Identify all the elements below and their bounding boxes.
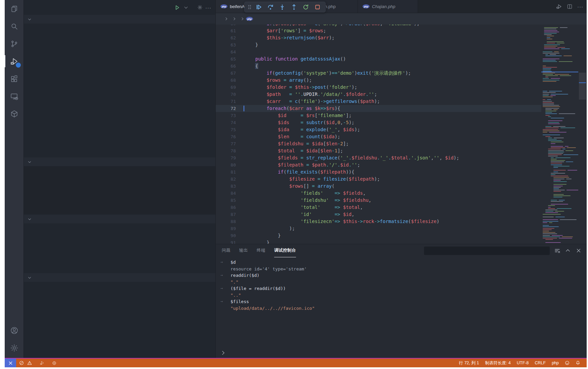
tab-problems[interactable]: 问题 <box>222 244 230 257</box>
start-debug-icon[interactable] <box>175 5 180 10</box>
code-line[interactable]: 77$fieldshu = $ida[$len-2]; <box>216 140 541 147</box>
code-line[interactable]: 80$filepath = $path.'/'.$id.''; <box>216 161 541 169</box>
launch-config-select[interactable] <box>182 7 187 8</box>
editor-tab[interactable]: phpChajian.php <box>358 0 418 13</box>
code-line[interactable]: 84'fields' => $fields, <box>216 190 541 197</box>
remote-explorer-icon[interactable] <box>5 87 24 105</box>
remote-indicator[interactable] <box>5 359 16 367</box>
callstack-section-header[interactable] <box>24 215 215 223</box>
code-line[interactable]: 85'fieldshu' => $fieldshu, <box>216 197 541 204</box>
code-line[interactable]: 71$carr = c('file')->getfilerows($path); <box>216 98 541 105</box>
code-line[interactable]: 63} <box>216 41 541 48</box>
stop-button[interactable] <box>313 3 322 11</box>
console-filter-input[interactable] <box>424 247 550 255</box>
restart-button[interactable] <box>302 3 310 11</box>
scrollbar-thumb[interactable] <box>579 73 586 100</box>
step-into-button[interactable] <box>278 3 286 11</box>
problems-status[interactable] <box>16 359 37 367</box>
console-entry[interactable]: →$d <box>216 259 587 266</box>
breakpoints-section-header[interactable] <box>24 273 215 282</box>
code-line[interactable]: 86'total' => $total, <box>216 204 541 211</box>
console-entry[interactable]: →readdir($d) <box>216 272 587 279</box>
code-line[interactable]: 70$path = ''.UPDIR.'/data/'.$folder.''; <box>216 91 541 98</box>
status-item[interactable]: 制表符长度: 4 <box>482 359 514 367</box>
line-number: 71 <box>216 98 244 105</box>
package-icon[interactable] <box>5 105 24 122</box>
console-entry[interactable]: ".." <box>216 292 587 299</box>
source-control-icon[interactable] <box>5 35 24 52</box>
console-entry[interactable]: "upload/data/../..//favicon.ico" <box>216 305 587 312</box>
code-line[interactable]: 83$rows[] = array( <box>216 183 541 190</box>
code-line[interactable]: 62$this->returnjson($arr); <box>216 34 541 41</box>
step-out-button[interactable] <box>290 3 298 11</box>
code-line[interactable]: 68$rows = array(); <box>216 77 541 84</box>
explorer-icon[interactable] <box>5 0 24 17</box>
split-editor-icon[interactable] <box>567 4 573 9</box>
code-line[interactable]: 69$folder = $this->post('folder'); <box>216 84 541 91</box>
toolbar-drag-handle[interactable] <box>248 5 251 9</box>
code-line[interactable]: 61$arr['rows'] = $rows; <box>216 27 541 34</box>
breakpoints-list <box>24 282 215 358</box>
code-line[interactable]: 66{ <box>216 63 541 70</box>
code-line[interactable]: 91} <box>216 239 541 244</box>
maximize-panel-icon[interactable] <box>564 247 571 254</box>
line-number: 62 <box>216 34 244 41</box>
run-and-debug-icon[interactable] <box>5 52 24 70</box>
tab-debug-console[interactable]: 调试控制台 <box>274 244 296 257</box>
line-number: 90 <box>216 232 244 239</box>
console-entry[interactable]: →$filess <box>216 298 587 305</box>
console-entry[interactable]: →($file = readdir($d)) <box>216 285 587 292</box>
debug-console-output[interactable]: →$dresource id='4' type='stream'→readdir… <box>216 257 587 358</box>
watch-section-header[interactable] <box>24 157 215 166</box>
debug-sidebar: ··· <box>24 0 216 358</box>
variables-section-header[interactable] <box>24 15 215 24</box>
xdebug-status[interactable] <box>37 359 49 367</box>
code-line[interactable]: 72foreach($carr as $k=>$rs){ <box>216 105 541 112</box>
console-entry[interactable]: resource id='4' type='stream' <box>216 266 587 272</box>
bell-icon[interactable] <box>573 359 583 367</box>
console-entry[interactable]: "." <box>216 279 587 286</box>
tabnine-status[interactable] <box>49 359 61 367</box>
line-number: 69 <box>216 84 244 91</box>
code-line[interactable]: 78$total = $ida[$len-1]; <box>216 147 541 154</box>
code-line[interactable]: 73$id = $rs['filename']; <box>216 112 541 119</box>
tab-output[interactable]: 输出 <box>239 244 248 257</box>
run-or-debug-icon[interactable] <box>556 3 562 10</box>
step-over-button[interactable] <box>266 3 275 11</box>
code-line[interactable]: 89); <box>216 225 541 232</box>
debug-settings-gear-icon[interactable] <box>197 5 203 10</box>
code-line[interactable]: 88'filesizecn'=> $this->rock->formatsize… <box>216 218 541 225</box>
code-line[interactable]: 81if(file_exists($filepath)){ <box>216 169 541 176</box>
code-editor[interactable]: 60if($rows)$rows = c('array')->order($ro… <box>216 25 587 244</box>
sidebar-more-actions-icon[interactable]: ··· <box>205 5 211 10</box>
code-line[interactable]: 74$ids = substr($id,0,-5); <box>216 119 541 126</box>
status-item[interactable]: CRLF <box>532 359 549 367</box>
search-icon[interactable] <box>5 17 24 35</box>
code-line[interactable]: 76$len = count($ida); <box>216 133 541 140</box>
editor-more-actions-icon[interactable]: ··· <box>577 4 583 9</box>
code-line[interactable]: 82$filesize = filesize($filepath); <box>216 176 541 183</box>
continue-button[interactable] <box>255 3 263 11</box>
account-icon[interactable] <box>5 322 24 339</box>
extensions-icon[interactable] <box>5 70 24 87</box>
status-item[interactable]: UTF-8 <box>514 359 532 367</box>
tab-terminal[interactable]: 终端 <box>257 244 265 257</box>
clear-console-icon[interactable] <box>554 247 560 254</box>
feedback-icon[interactable] <box>562 359 573 367</box>
code-line[interactable]: 79$fields = str_replace('_'.$fieldshu.'_… <box>216 154 541 161</box>
code-line[interactable]: 65public function getdatssssAjax() <box>216 56 541 63</box>
code-line[interactable]: 90} <box>216 232 541 239</box>
code-line[interactable]: 67if(getconfig('systype')=='demo')exit('… <box>216 70 541 77</box>
code-line[interactable]: 75$ida = explode('_', $ids); <box>216 126 541 133</box>
line-number: 78 <box>216 147 244 154</box>
code-line[interactable]: 64 <box>216 48 541 56</box>
editor-scrollbar[interactable] <box>578 25 587 244</box>
console-input-row[interactable] <box>216 348 587 358</box>
status-item[interactable]: 行 72, 列 1 <box>456 359 482 367</box>
settings-gear-icon[interactable] <box>5 339 24 357</box>
code-line[interactable]: 60if($rows)$rows = c('array')->order($ro… <box>216 25 541 27</box>
status-item[interactable]: php <box>549 359 562 367</box>
close-panel-icon[interactable] <box>575 247 582 254</box>
code-line[interactable]: 87'id' => $id, <box>216 211 541 218</box>
minimap[interactable] <box>541 25 578 244</box>
